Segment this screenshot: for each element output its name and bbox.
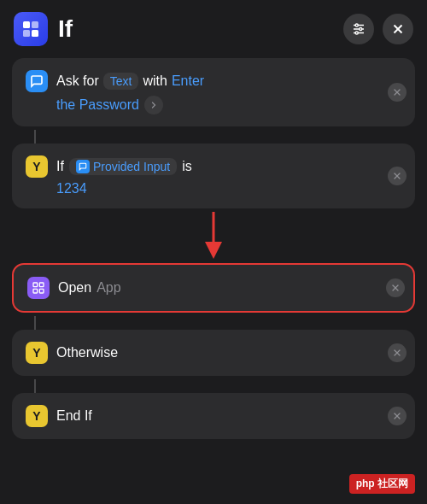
otherwise-label: Otherwise [56,345,118,360]
svg-rect-1 [32,21,38,28]
otherwise-icon: Y [26,342,48,364]
end-if-card[interactable]: Y End If [12,393,415,439]
ask-for-row: Ask for Text with Enter [26,70,401,92]
connector-2 [34,316,36,330]
connector-1 [34,130,36,144]
ask-for-prompt-token[interactable]: Enter [172,73,204,89]
svg-point-9 [355,32,358,34]
svg-rect-0 [23,21,30,28]
if-icon: Y [26,155,48,178]
otherwise-card[interactable]: Y Otherwise [12,330,415,376]
otherwise-row: Y Otherwise [26,342,401,364]
ask-for-with-label: with [143,73,167,89]
svg-rect-21 [39,289,44,293]
header-controls [343,14,413,44]
end-if-icon-letter: Y [32,409,40,423]
ask-for-text: Ask for Text with Enter [56,73,204,90]
ask-for-label: Ask for [56,73,99,89]
app-icon [14,12,48,46]
connector-3 [34,379,36,393]
if-input-icon [76,160,90,173]
ask-for-dismiss-button[interactable] [388,83,407,102]
if-dismiss-button[interactable] [388,167,407,185]
page-title: If [58,15,333,43]
otherwise-icon-letter: Y [32,346,40,360]
ask-for-sub: the Password [26,96,401,114]
if-label: If [56,159,64,174]
watermark-text: php 社区网 [356,478,408,489]
ask-for-type-token[interactable]: Text [103,73,139,90]
filter-button[interactable] [343,14,374,44]
open-app-text: Open App [58,280,121,296]
svg-point-7 [355,24,358,26]
open-label: Open [58,280,91,296]
svg-marker-17 [205,242,222,259]
end-if-row: Y End If [26,405,401,427]
open-app-row: Open App [27,277,400,299]
open-app-placeholder[interactable]: App [97,280,120,296]
close-button[interactable] [383,14,413,44]
if-card[interactable]: Y If Provided Input is 1234 [12,144,415,208]
open-app-dismiss-button[interactable] [386,278,405,297]
if-icon-letter: Y [32,160,40,173]
svg-rect-19 [39,283,44,287]
watermark-badge: php 社区网 [349,474,415,494]
otherwise-dismiss-button[interactable] [388,343,407,362]
content-area: Ask for Text with Enter the Password [0,58,427,442]
open-app-icon [27,277,50,299]
if-input-token[interactable]: Provided Input [69,158,177,175]
end-if-dismiss-button[interactable] [388,407,407,425]
header: If [0,0,427,58]
chevron-icon[interactable] [144,96,163,114]
svg-rect-18 [33,283,38,287]
if-input-label: Provided Input [93,160,170,173]
ask-for-icon [26,70,48,92]
red-arrow [196,212,231,263]
ask-for-card[interactable]: Ask for Text with Enter the Password [12,58,415,126]
ask-for-prompt-cont[interactable]: the Password [56,97,139,113]
if-sub: 1234 [26,181,401,196]
svg-rect-20 [33,289,38,293]
end-if-label: End If [56,408,92,424]
open-app-card[interactable]: Open App [12,263,415,313]
end-if-icon: Y [26,405,48,427]
svg-rect-2 [23,30,30,37]
if-is-label: is [182,159,192,174]
svg-rect-3 [32,30,38,37]
arrow-area [12,212,415,263]
svg-point-8 [360,28,362,31]
if-row: Y If Provided Input is [26,155,401,178]
if-value-token[interactable]: 1234 [56,181,87,196]
if-text: If Provided Input is [56,158,192,175]
